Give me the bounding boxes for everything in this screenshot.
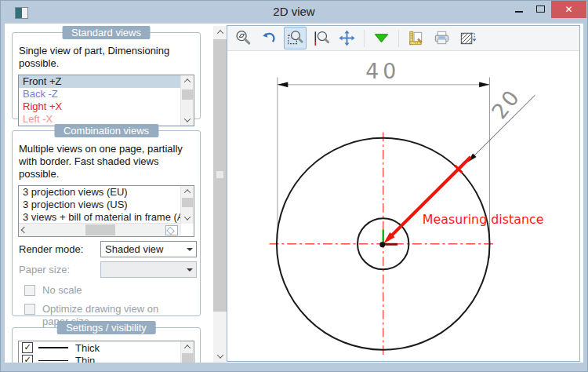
scroll-thumb[interactable]: [85, 224, 115, 235]
combination-views-header: Combination views: [54, 124, 158, 137]
scroll-left-icon[interactable]: [19, 224, 30, 236]
render-mode-select[interactable]: Shaded view: [100, 241, 197, 257]
scroll-down-icon[interactable]: [213, 350, 227, 363]
titlebar[interactable]: 2D view ✕: [1, 1, 587, 24]
scroll-down-icon[interactable]: [181, 213, 194, 224]
list-item[interactable]: Right +X: [19, 100, 181, 113]
combination-views-list: 3 projection views (EU) 3 projection vie…: [18, 185, 194, 237]
close-button[interactable]: ✕: [551, 1, 586, 18]
no-scale-label: No scale: [42, 284, 180, 297]
toolbar-separator: [364, 30, 365, 47]
drawing-panel: 40 20: [227, 25, 580, 362]
optimize-checkbox[interactable]: [24, 304, 35, 315]
scroll-thumb[interactable]: [213, 39, 227, 312]
zoom-extents-button[interactable]: [232, 27, 255, 49]
zoom-window-button[interactable]: [284, 27, 307, 49]
thick-line-sample: [38, 347, 68, 348]
scroll-up-icon[interactable]: [181, 341, 194, 352]
left-panel: Standard views Single view of part, Dime…: [5, 24, 227, 363]
thin-label: Thin: [75, 355, 95, 363]
list-item[interactable]: 3 projection views (US): [19, 199, 181, 211]
chevron-down-icon[interactable]: [183, 242, 196, 257]
maximize-button[interactable]: [530, 1, 551, 18]
scroll-thumb[interactable]: [182, 89, 193, 100]
dimension-arrow-right: [479, 82, 489, 87]
center-point: [379, 242, 385, 247]
combination-views-group: Combination views Multiple views on one …: [12, 130, 201, 316]
list-item[interactable]: 3 views + bill of material in frame (ANS…: [19, 211, 181, 224]
thin-line-sample: [38, 360, 68, 361]
scroll-thumb[interactable]: [182, 353, 193, 363]
minimize-button[interactable]: [509, 1, 530, 18]
zoom-dynamic-button[interactable]: [310, 27, 332, 49]
render-mode-value: Shaded view: [105, 243, 163, 255]
settings-visibility-header: Settings / visibility: [56, 321, 156, 334]
view-direction-icon: [372, 29, 390, 47]
toolbar-separator: [398, 30, 399, 47]
render-mode-label: Render mode:: [19, 243, 100, 255]
list-scrollbar[interactable]: [180, 75, 194, 126]
scroll-up-icon[interactable]: [181, 186, 194, 197]
list-item[interactable]: 3 projection views (EU): [19, 186, 181, 199]
list-horizontal-scrollbar[interactable]: [19, 223, 181, 236]
view-direction-button[interactable]: [370, 27, 393, 49]
thick-checkbox[interactable]: ✓: [22, 342, 33, 353]
radius-dimension-text: 20: [487, 84, 525, 123]
no-scale-checkbox[interactable]: [24, 285, 35, 296]
section-view-icon: [459, 29, 477, 47]
pan-button[interactable]: [336, 27, 358, 49]
list-item[interactable]: ✓ Thick: [19, 341, 181, 354]
scroll-right-icon[interactable]: [165, 225, 178, 235]
left-panel-scrollbar[interactable]: [213, 26, 227, 363]
zoom-window-icon: [286, 29, 304, 47]
standard-views-list: Front +Z Back -Z Right +X Left -X: [18, 75, 194, 126]
list-item[interactable]: ✓ Thin: [19, 354, 181, 363]
zoom-extents-icon: [234, 29, 252, 47]
drawing-frame-button[interactable]: [405, 27, 427, 49]
print-icon: [433, 29, 451, 47]
no-scale-checkbox-row[interactable]: No scale: [24, 284, 200, 297]
list-item[interactable]: Front +Z: [19, 75, 181, 88]
settings-list: ✓ Thick ✓ Thin: [18, 341, 194, 363]
drawing-frame-icon: [407, 29, 425, 47]
close-icon: ✕: [564, 4, 572, 15]
standard-views-header: Standard views: [62, 26, 151, 39]
list-scrollbar[interactable]: [180, 186, 194, 224]
chevron-down-icon[interactable]: [183, 262, 196, 277]
paper-size-label: Paper size:: [19, 264, 100, 275]
thick-label: Thick: [75, 342, 100, 354]
width-dimension-text: 40: [365, 60, 400, 84]
paper-size-select[interactable]: [100, 261, 197, 278]
scroll-down-icon[interactable]: [181, 115, 194, 126]
thin-checkbox[interactable]: ✓: [22, 355, 33, 363]
drawing-toolbar: [227, 26, 579, 51]
section-view-button[interactable]: [456, 27, 479, 49]
print-button[interactable]: [430, 27, 453, 49]
window-title: 2D view: [1, 5, 587, 18]
dimension-arrow-left: [278, 82, 288, 87]
undo-button[interactable]: [258, 27, 281, 49]
pan-icon: [338, 29, 356, 47]
standard-views-group: Standard views Single view of part, Dime…: [12, 32, 201, 119]
combination-views-description: Multiple views on one page, partially wi…: [19, 143, 194, 181]
list-scrollbar[interactable]: [180, 341, 194, 363]
2d-view-window: 2D view ✕ Standard views Single view of …: [0, 0, 588, 372]
list-item[interactable]: Back -Z: [19, 88, 181, 100]
standard-views-description: Single view of part, Dimensioning possib…: [19, 45, 194, 70]
undo-icon: [260, 29, 278, 47]
zoom-dynamic-icon: [312, 29, 330, 47]
measure-label-text: Measuring distance: [423, 212, 544, 227]
scroll-thumb[interactable]: [182, 198, 193, 207]
drawing-canvas[interactable]: 40 20: [227, 51, 579, 361]
scroll-grip-icon: [216, 171, 223, 178]
window-content: Standard views Single view of part, Dime…: [5, 24, 583, 363]
settings-visibility-group: Settings / visibility ✓ Thick ✓ Thin: [12, 327, 201, 363]
scroll-up-icon[interactable]: [181, 75, 194, 86]
scroll-up-icon[interactable]: [213, 26, 227, 38]
